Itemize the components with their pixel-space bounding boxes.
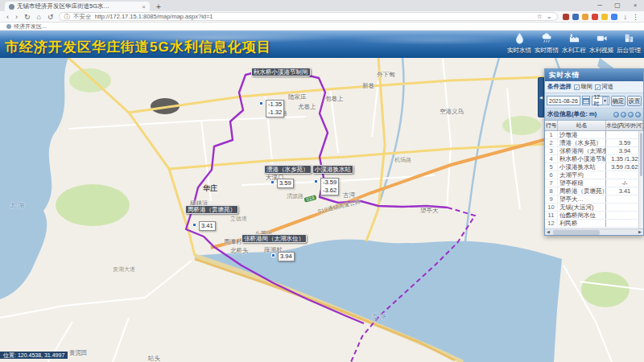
tab-close-icon[interactable]: × (142, 3, 146, 10)
cell-row-number: 1 (545, 131, 558, 138)
table-row[interactable]: 11仙蠡桥闸水位 (545, 212, 643, 220)
cell-station-name: 小溪港换水站 (558, 163, 606, 171)
station-marker-label[interactable]: 张桥港闸（太湖水位） (242, 234, 307, 243)
table-row[interactable]: 7望亭枢纽-/- (545, 179, 643, 187)
locate-icon[interactable] (613, 112, 619, 117)
park-area (56, 184, 130, 226)
close-button[interactable]: × (626, 0, 644, 11)
table-row[interactable]: 10无锡(大运河) (545, 204, 643, 212)
header-nav-menu: 实时水情实时雨情水利工程水利视频后台管理 (506, 32, 642, 55)
coordinates-readout: 位置: 120.4538, 31.4997 (0, 352, 68, 359)
scrollbar-thumb[interactable] (553, 230, 600, 235)
checkbox-icon[interactable]: ✓ (574, 84, 580, 90)
bookmark-star-icon[interactable]: ☆ (537, 13, 543, 20)
settings-button[interactable]: 设置 (627, 96, 642, 106)
cell-row-number: 12 (545, 220, 558, 227)
url-omnibox[interactable]: ⓘ 不安全 http://172.17.15.1:8085/map/map.as… (59, 12, 558, 21)
park-area (581, 272, 630, 307)
back-icon[interactable]: ‹ (6, 13, 9, 21)
extension-icon[interactable] (563, 14, 569, 20)
table-row[interactable]: 1沙墩港 (545, 131, 643, 139)
scroll-right-icon[interactable]: ▶ (637, 229, 643, 235)
url-text[interactable]: http://172.17.15.1:8085/map/map.aspx?id=… (95, 13, 534, 20)
panel-title[interactable]: 实时水情 (545, 69, 643, 81)
park-area (502, 116, 541, 135)
panel-collapse-handle[interactable]: ◀ (538, 77, 544, 117)
scroll-left-icon[interactable]: ◀ (545, 229, 551, 235)
home-icon[interactable]: ⌂ (37, 13, 41, 21)
station-value-box: 3.59 (277, 179, 294, 188)
district-boundary-east (269, 69, 448, 208)
map-label-town: 包巷上 (325, 95, 344, 103)
station-dot-icon[interactable] (314, 179, 318, 183)
page-title: 市经济开发区华庄街道5G水利信息化项目 (5, 38, 271, 56)
calendar-icon[interactable] (582, 96, 590, 105)
station-dot-icon[interactable] (192, 223, 196, 227)
close-icon[interactable] (635, 112, 641, 117)
dropdown-chevron-icon[interactable]: ⌄ (547, 13, 552, 20)
cell-station-name: 周桥港（贯塘苑） (558, 187, 606, 195)
table-row[interactable]: 9望亭大… (545, 195, 643, 204)
extension-icon[interactable] (582, 14, 588, 20)
minimize-button[interactable]: ─ (591, 0, 609, 11)
table-row[interactable]: 5小溪港换水站3.59 /3.62 (545, 163, 643, 171)
date-input[interactable]: 2021-08-26 (547, 96, 580, 105)
station-dot-icon[interactable] (270, 180, 275, 184)
checkbox-icon[interactable]: ✓ (595, 84, 601, 90)
table-body: 1沙墩港2漕港（水乡苑）3.593张桥港闸（太湖水…3.944秋水桥小溪港节制…… (545, 131, 643, 228)
browser-tab[interactable]: 无锡市经济开发区华庄街道5G水… × (5, 2, 150, 11)
cell-station-name: 秋水桥小溪港节制… (558, 155, 606, 162)
nav-item-2[interactable]: 实时雨情 (533, 32, 560, 55)
extension-icon[interactable] (611, 14, 617, 20)
nav-item-1[interactable]: 实时水情 (506, 32, 533, 55)
extension-icon[interactable] (601, 14, 608, 20)
maximize-button[interactable]: ▢ (609, 0, 626, 11)
hour-select[interactable]: 12时 ▼ (592, 96, 609, 105)
table-row[interactable]: 12利民桥 (545, 220, 643, 228)
sluice-icon (568, 32, 580, 46)
station-dot-icon[interactable] (271, 253, 275, 257)
tab-title: 无锡市经济开发区华庄街道5G水… (17, 2, 139, 10)
tab-favicon-icon (9, 4, 14, 10)
table-row[interactable]: 8周桥港（贯塘苑）3.41 (545, 187, 643, 195)
realtime-water-panel: 实时水情 条件选择 ✓ 堰闸 ✓ 河道 2021-08-26 12时 ▼ 确定 … (544, 68, 644, 236)
refresh-icon[interactable]: ↻ (24, 13, 31, 21)
map-label-town: 陆家庄 (288, 93, 307, 101)
table-row[interactable]: 4秋水桥小溪港节制…1.35 /1.32 (545, 155, 643, 163)
history-icon[interactable]: ↺ (47, 13, 54, 21)
table-row[interactable]: 2漕港（水乡苑）3.59 (545, 139, 643, 147)
horizontal-scrollbar[interactable]: ◀ ▶ (545, 228, 643, 235)
new-tab-button[interactable]: + (156, 2, 161, 11)
refresh-icon[interactable] (621, 112, 626, 117)
extension-icon[interactable] (572, 14, 579, 20)
site-info-icon[interactable]: ⓘ (64, 13, 71, 21)
vertical-scrollbar[interactable] (638, 131, 643, 228)
table-row[interactable]: 6太湖平均 (545, 171, 643, 179)
forward-icon[interactable]: › (15, 13, 18, 21)
nav-item-4[interactable]: 水利视频 (588, 32, 615, 55)
map-label-town: 周潭村 (224, 238, 242, 246)
confirm-button[interactable]: 确定 (611, 96, 625, 106)
nav-item-5[interactable]: 后台管理 (615, 32, 642, 55)
bookmark-favicon-icon (6, 24, 11, 29)
station-marker-label[interactable]: 周桥港（贯塘苑） (185, 205, 238, 214)
browser-menu-icon[interactable]: ⋮ (632, 13, 639, 21)
park-area (69, 68, 111, 93)
station-marker-label[interactable]: 秋水桥小溪港节制闸 (251, 68, 311, 76)
checkbox-river[interactable]: ✓ 河道 (595, 83, 613, 91)
checkbox-weir-gate[interactable]: ✓ 堰闸 (574, 83, 592, 91)
export-icon[interactable] (628, 112, 634, 117)
bookmark-item[interactable]: 经济开发区... (14, 23, 47, 31)
station-marker-label[interactable]: 漕港（水乡苑） (264, 165, 312, 174)
scrollbar-thumb[interactable] (640, 133, 642, 176)
col-row-number: 行号 (545, 121, 558, 130)
station-marker-label[interactable]: 小溪港换水站 (312, 165, 353, 174)
extension-icon[interactable] (592, 14, 598, 20)
station-dot-icon[interactable] (259, 101, 263, 105)
condition-row: 条件选择 ✓ 堰闸 ✓ 河道 (545, 81, 643, 93)
nav-item-label: 实时雨情 (535, 47, 559, 55)
table-row[interactable]: 3张桥港闸（太湖水…3.94 (545, 147, 643, 155)
nav-item-3[interactable]: 水利工程 (560, 32, 588, 55)
download-icon[interactable]: ↓ (624, 13, 628, 21)
chevron-down-icon[interactable]: ▼ (602, 97, 608, 105)
